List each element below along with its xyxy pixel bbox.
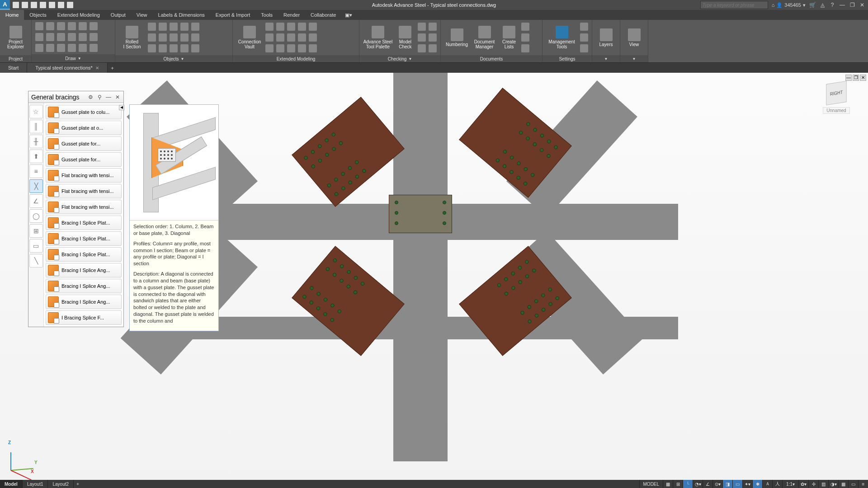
- point-icon[interactable]: [68, 44, 76, 52]
- ext-icon[interactable]: [276, 44, 284, 52]
- obj-icon[interactable]: [191, 23, 199, 31]
- grid-toggle-icon[interactable]: ▦: [663, 480, 673, 488]
- ext-icon[interactable]: [298, 44, 306, 52]
- viewcube-face[interactable]: RIGHT: [826, 81, 846, 105]
- obj-icon[interactable]: [191, 44, 199, 52]
- connection-vault-button[interactable]: Connection Vault: [236, 22, 263, 53]
- gear-icon[interactable]: ⚙: [87, 94, 94, 100]
- obj-icon[interactable]: [180, 23, 189, 31]
- close-viewport-button[interactable]: ✕: [860, 75, 866, 81]
- restore-window-button[interactable]: ❐: [849, 2, 855, 8]
- panel-title-objects[interactable]: Objects▼: [115, 55, 232, 62]
- app-exchange-icon[interactable]: ◬: [819, 2, 826, 8]
- qat-open-icon[interactable]: [22, 2, 28, 8]
- qat-print-icon[interactable]: [49, 2, 55, 8]
- ext-icon[interactable]: [265, 44, 274, 52]
- xline-icon[interactable]: [57, 44, 65, 52]
- palette-collapse-icon[interactable]: ◀: [119, 105, 124, 110]
- palette-cat-favorites[interactable]: ☆: [29, 105, 43, 118]
- viewcube[interactable]: RIGHT Unnamed: [818, 82, 854, 118]
- palette-cat-beam[interactable]: ╫: [29, 135, 43, 148]
- help-search-input[interactable]: [700, 1, 768, 9]
- ellipse-icon[interactable]: [57, 33, 65, 41]
- layout-tab-1[interactable]: Layout1: [23, 480, 48, 488]
- user-account[interactable]: ⌂ 👤 345465 ▾: [772, 2, 806, 8]
- obj-icon[interactable]: [159, 33, 167, 42]
- minimize-window-button[interactable]: —: [839, 2, 845, 8]
- check-icon[interactable]: [429, 44, 437, 52]
- palette-item[interactable]: Gusset plate to colu...: [46, 105, 122, 119]
- app-logo[interactable]: A: [0, 0, 10, 10]
- ribbon-tab-home[interactable]: Home: [0, 10, 24, 20]
- panel-title-draw[interactable]: Draw▼: [32, 54, 115, 62]
- hardware-accel-icon[interactable]: ▦: [838, 480, 848, 488]
- model-check-button[interactable]: Model Check: [396, 22, 415, 53]
- line-icon[interactable]: [35, 22, 43, 30]
- obj-icon[interactable]: [180, 44, 189, 52]
- ribbon-tab-render[interactable]: Render: [278, 10, 305, 20]
- close-icon[interactable]: ✕: [114, 94, 121, 100]
- close-tab-icon[interactable]: ✕: [95, 66, 99, 70]
- customize-icon[interactable]: ≡: [858, 480, 868, 488]
- palette-item[interactable]: Bracing I Splice Ang...: [46, 263, 122, 277]
- ext-icon[interactable]: [309, 33, 317, 42]
- new-tab-button[interactable]: ＋: [108, 63, 118, 73]
- ext-icon[interactable]: [287, 23, 295, 31]
- palette-item[interactable]: I Bracing Splice F...: [46, 310, 122, 325]
- copy-icon[interactable]: [90, 22, 98, 30]
- settings-icon[interactable]: [580, 33, 588, 42]
- pin-icon[interactable]: ⚲: [96, 94, 103, 100]
- minimize-viewport-button[interactable]: —: [845, 75, 852, 81]
- document-tab-start[interactable]: Start: [0, 63, 27, 73]
- obj-icon[interactable]: [170, 33, 178, 42]
- doc-icon[interactable]: [521, 33, 529, 42]
- ray-icon[interactable]: [46, 44, 54, 52]
- polygon-icon[interactable]: [35, 44, 43, 52]
- ui-lock-icon[interactable]: ▥: [818, 480, 828, 488]
- management-tools-button[interactable]: Management Tools: [546, 22, 577, 53]
- obj-icon[interactable]: [159, 44, 167, 52]
- doc-icon[interactable]: [521, 23, 529, 31]
- ribbon-tab-collaborate[interactable]: Collaborate: [305, 10, 341, 20]
- qat-saveas-icon[interactable]: [40, 2, 46, 8]
- palette-item[interactable]: Bracing I Splice Ang...: [46, 295, 122, 309]
- palette-cat-purlin[interactable]: ≡: [29, 164, 43, 178]
- obj-icon[interactable]: [180, 33, 189, 42]
- ext-icon[interactable]: [298, 33, 306, 42]
- trim-icon[interactable]: [79, 44, 87, 52]
- ortho-toggle-icon[interactable]: └: [683, 480, 693, 488]
- monitor-icon[interactable]: 人: [772, 480, 782, 488]
- palette-cat-column[interactable]: ║: [29, 120, 43, 133]
- palette-item[interactable]: Bracing I Splice Plat...: [46, 231, 122, 246]
- palette-item[interactable]: Gusset plate for...: [46, 152, 122, 167]
- obj-icon[interactable]: [148, 44, 156, 52]
- palette-item[interactable]: Flat bracing with tensi...: [46, 168, 122, 183]
- palette-cat-stair[interactable]: ╲: [29, 254, 43, 267]
- palette-item[interactable]: Gusset plate at o...: [46, 121, 122, 135]
- palette-cat-joint[interactable]: ⊞: [29, 224, 43, 238]
- qat-new-icon[interactable]: [13, 2, 19, 8]
- model-viewport[interactable]: — ❐ ✕: [0, 73, 868, 480]
- workspace-icon[interactable]: ✱: [752, 480, 762, 488]
- circle-icon[interactable]: [35, 33, 43, 41]
- layers-button[interactable]: Layers: [596, 22, 616, 53]
- advance-steel-tool-palette-button[interactable]: Advance Steel Tool Palette: [363, 22, 393, 53]
- isolate-icon[interactable]: ◑▾: [828, 480, 838, 488]
- help-icon[interactable]: ?: [829, 2, 835, 8]
- 3d-osnap-icon[interactable]: ✦▾: [742, 480, 752, 488]
- obj-icon[interactable]: [191, 33, 199, 42]
- otrack-toggle-icon[interactable]: ⊙▾: [712, 480, 722, 488]
- obj-icon[interactable]: [170, 44, 178, 52]
- settings-icon[interactable]: [580, 44, 588, 52]
- ext-icon[interactable]: [276, 33, 284, 42]
- layout-tab-model[interactable]: Model: [0, 480, 23, 488]
- add-layout-button[interactable]: ＋: [74, 480, 82, 488]
- palette-cat-plate[interactable]: ▭: [29, 239, 43, 253]
- qat-save-icon[interactable]: [31, 2, 37, 8]
- palette-cat-beam2[interactable]: ⬆: [29, 150, 43, 163]
- ribbon-tab-view[interactable]: View: [131, 10, 153, 20]
- palette-item[interactable]: Bracing I Splice Plat...: [46, 216, 122, 230]
- fullscreen-icon[interactable]: ✢: [808, 480, 818, 488]
- document-manager-button[interactable]: Document Manager: [472, 22, 497, 53]
- palette-cat-angle[interactable]: ∠: [29, 194, 43, 208]
